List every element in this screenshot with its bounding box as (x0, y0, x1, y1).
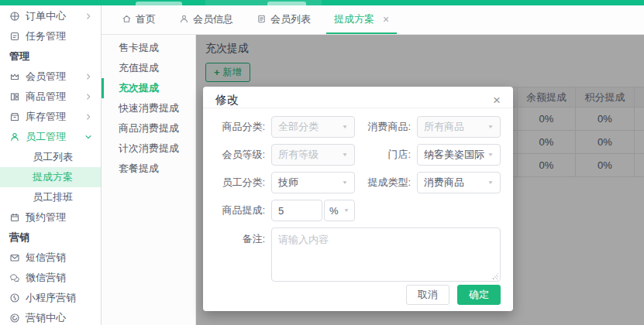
sidebar-item-employee-schedule[interactable]: 员工排班 (0, 187, 101, 207)
top-header-strip (0, 0, 644, 5)
product-commission-input[interactable] (271, 200, 322, 221)
chevron-down-icon: ▼ (487, 124, 494, 129)
field-label-consume-product: 消费商品: (355, 120, 417, 134)
submenu-item-quick-consume[interactable]: 快速消费提成 (102, 98, 195, 118)
submenu-item-goods-consume[interactable]: 商品消费提成 (102, 118, 195, 139)
sidebar-section-management: 管理 (0, 46, 101, 67)
tab-home[interactable]: 首页 (114, 5, 164, 34)
chevron-down-icon: ▼ (342, 180, 348, 185)
chevron-down-icon: ▼ (342, 124, 348, 129)
dialog-title: 修改 (215, 93, 239, 108)
main-sidebar: 订单中心 任务管理 管理 会员管理 商品管理 库存管理 (0, 5, 102, 325)
submenu-item-count-consume[interactable]: 计次消费提成 (102, 139, 195, 159)
sidebar-item-wechat-marketing[interactable]: 微信营销 (0, 268, 101, 288)
chevron-right-icon (84, 92, 93, 101)
sidebar-item-commission-plan[interactable]: 提成方案 (0, 167, 101, 187)
sidebar-item-label: 商品管理 (26, 90, 66, 104)
store-select[interactable]: 纳客美姿国际 ▼ (417, 144, 501, 166)
list-icon (257, 14, 267, 24)
tab-bar: 首页 会员信息 会员列表 提成方案 × (102, 5, 644, 35)
sidebar-item-appointment-management[interactable]: 预约管理 (0, 207, 101, 228)
tab-label: 会员列表 (270, 12, 311, 26)
tab-label: 首页 (136, 12, 156, 26)
tab-commission-plan[interactable]: 提成方案 × (326, 5, 397, 34)
globe-icon (9, 11, 20, 22)
tab-label: 会员信息 (193, 12, 233, 26)
marketing-icon (9, 313, 20, 323)
member-level-select[interactable]: 所有等级 ▼ (271, 144, 355, 166)
sidebar-section-marketing: 营销 (0, 228, 101, 248)
cancel-button[interactable]: 取消 (406, 285, 449, 305)
sidebar-item-label: 任务管理 (26, 29, 66, 43)
header-pill (267, 2, 306, 5)
submenu-item-recharge-times[interactable]: 充次提成 (102, 78, 195, 98)
chevron-right-icon (84, 12, 93, 21)
tab-label: 提成方案 (334, 12, 374, 26)
sidebar-item-label: 营销中心 (26, 311, 66, 325)
note-textarea[interactable] (271, 228, 501, 282)
field-label-employee-category: 员工分类: (215, 176, 271, 190)
product-category-select[interactable]: 全部分类 ▼ (271, 116, 355, 138)
close-icon[interactable]: × (493, 94, 501, 107)
chevron-down-icon: ▼ (487, 152, 494, 157)
sidebar-item-employee-management[interactable]: 员工管理 (0, 127, 101, 147)
task-icon (9, 31, 20, 42)
crown-icon (9, 71, 20, 82)
wechat-icon (9, 272, 20, 283)
chevron-down-icon: ▼ (342, 152, 348, 157)
chevron-right-icon (84, 112, 93, 121)
chevron-down-icon (84, 132, 93, 142)
employee-category-select[interactable]: 技师 ▼ (271, 172, 355, 193)
chevron-down-icon: ▼ (343, 207, 350, 213)
sidebar-item-label: 员工管理 (26, 130, 66, 144)
person-icon (9, 132, 20, 142)
inventory-icon (9, 111, 20, 122)
sidebar-item-marketing-center[interactable]: 营销中心 (0, 308, 101, 325)
edit-dialog: 修改 × 商品分类: 全部分类 ▼ 消费商品: 所有商品 ▼ 会员等级: 所有等… (203, 87, 513, 311)
sidebar-item-product-management[interactable]: 商品管理 (0, 87, 101, 107)
sidebar-item-label: 微信营销 (26, 271, 66, 285)
sidebar-item-label: 小程序营销 (26, 291, 76, 305)
tab-member-list[interactable]: 会员列表 (249, 5, 319, 34)
sidebar-item-order-center[interactable]: 订单中心 (0, 6, 101, 26)
commission-type-select[interactable]: 消费商品 ▼ (417, 172, 501, 193)
sidebar-item-miniprogram-marketing[interactable]: 小程序营销 (0, 288, 101, 308)
sidebar-item-task-management[interactable]: 任务管理 (0, 26, 101, 46)
home-icon (122, 14, 132, 24)
submenu-item-recharge[interactable]: 充值提成 (102, 58, 195, 78)
sidebar-item-label: 会员管理 (26, 70, 66, 84)
mail-icon (9, 252, 20, 263)
dialog-header: 修改 × (203, 87, 513, 108)
field-label-product-commission: 商品提成: (215, 204, 271, 217)
sidebar-item-member-management[interactable]: 会员管理 (0, 67, 101, 87)
consume-product-select[interactable]: 所有商品 ▼ (417, 116, 501, 138)
close-icon[interactable]: × (383, 14, 389, 25)
sidebar-item-sms-marketing[interactable]: 短信营销 (0, 248, 101, 268)
dialog-footer: 取消 确定 (406, 285, 501, 305)
field-label-product-category: 商品分类: (215, 120, 271, 134)
chevron-down-icon: ▼ (487, 180, 494, 185)
header-pill (136, 2, 182, 5)
field-label-member-level: 会员等级: (215, 148, 271, 162)
commission-submenu: 售卡提成 充值提成 充次提成 快速消费提成 商品消费提成 计次消费提成 套餐提成 (102, 35, 196, 325)
goods-icon (9, 91, 20, 102)
sidebar-item-inventory-management[interactable]: 库存管理 (0, 107, 101, 127)
field-label-commission-type: 提成类型: (355, 176, 417, 190)
chevron-right-icon (84, 72, 93, 81)
field-label-note: 备注: (215, 228, 271, 246)
sidebar-item-employee-list[interactable]: 员工列表 (0, 147, 101, 167)
calendar-icon (9, 212, 20, 223)
commission-unit-select[interactable]: % ▼ (324, 200, 355, 221)
sidebar-item-label: 库存管理 (26, 110, 66, 124)
submenu-item-card-sale[interactable]: 售卡提成 (102, 38, 195, 58)
miniprogram-icon (9, 292, 20, 303)
tab-member-info[interactable]: 会员信息 (171, 5, 241, 34)
submenu-item-package[interactable]: 套餐提成 (102, 159, 195, 179)
field-label-store: 门店: (355, 148, 417, 162)
dialog-body: 商品分类: 全部分类 ▼ 消费商品: 所有商品 ▼ 会员等级: 所有等级 ▼ 门… (203, 108, 513, 282)
sidebar-item-label: 短信营销 (26, 251, 66, 265)
confirm-button[interactable]: 确定 (457, 285, 501, 305)
sidebar-item-label: 预约管理 (26, 210, 66, 224)
sidebar-item-label: 订单中心 (26, 9, 66, 23)
user-icon (179, 14, 189, 24)
